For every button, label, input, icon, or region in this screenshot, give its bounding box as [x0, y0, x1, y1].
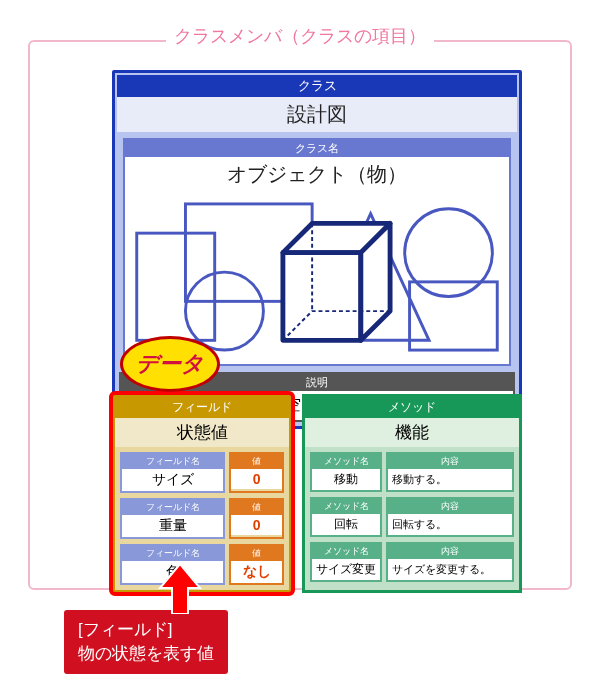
- field-name-header: フィールド名: [122, 500, 223, 515]
- field-name-box: フィールド名 重量: [120, 498, 225, 539]
- svg-rect-0: [137, 233, 215, 340]
- classname-value: オブジェクト（物）: [125, 157, 509, 192]
- callout-line1: [フィールド]: [78, 618, 214, 642]
- method-name-value: 移動: [312, 469, 380, 490]
- method-name-value: サイズ変更: [312, 559, 380, 580]
- field-value: 0: [231, 469, 282, 489]
- classname-panel: クラス名 オブジェクト（物）: [123, 138, 511, 366]
- field-name-value: 重量: [122, 515, 223, 537]
- field-row: フィールド名 重量 値 0: [120, 498, 284, 539]
- method-name-value: 回転: [312, 514, 380, 535]
- field-callout: [フィールド] 物の状態を表す値: [64, 610, 228, 674]
- callout-line2: 物の状態を表す値: [78, 642, 214, 666]
- method-desc-value: 移動する。: [388, 469, 512, 490]
- method-panel: メソッド 機能 メソッド名 移動 内容 移動する。 メソッド名 回転 内容 回転…: [302, 394, 522, 593]
- data-badge-text: データ: [136, 349, 204, 379]
- field-name-header: フィールド名: [122, 546, 223, 561]
- data-badge: データ: [120, 336, 220, 392]
- method-title: 機能: [305, 418, 519, 447]
- svg-point-2: [185, 272, 263, 350]
- method-name-box: メソッド名 回転: [310, 497, 382, 537]
- field-value: 0: [231, 515, 282, 535]
- field-value-header: 値: [231, 546, 282, 561]
- field-title: 状態値: [115, 418, 289, 447]
- field-value-box: 値 0: [229, 498, 284, 539]
- method-row: メソッド名 サイズ変更 内容 サイズを変更する。: [310, 542, 514, 582]
- method-name-box: メソッド名 移動: [310, 452, 382, 492]
- field-value-box: 値 0: [229, 452, 284, 493]
- method-desc-header: 内容: [388, 454, 512, 469]
- method-name-header: メソッド名: [312, 544, 380, 559]
- class-member-title: クラスメンバ（クラスの項目）: [166, 24, 434, 48]
- svg-point-3: [405, 209, 493, 297]
- class-header: クラス: [117, 75, 517, 97]
- classname-header: クラス名: [125, 140, 509, 157]
- method-name-header: メソッド名: [312, 454, 380, 469]
- class-title: 設計図: [117, 97, 517, 132]
- field-row: フィールド名 サイズ 値 0: [120, 452, 284, 493]
- field-name-box: フィールド名 サイズ: [120, 452, 225, 493]
- method-desc-box: 内容 回転する。: [386, 497, 514, 537]
- method-desc-box: 内容 サイズを変更する。: [386, 542, 514, 582]
- method-desc-value: 回転する。: [388, 514, 512, 535]
- method-desc-header: 内容: [388, 499, 512, 514]
- method-desc-value: サイズを変更する。: [388, 559, 512, 580]
- method-desc-box: 内容 移動する。: [386, 452, 514, 492]
- field-header: フィールド: [115, 397, 289, 418]
- field-name-header: フィールド名: [122, 454, 223, 469]
- arrow-up-icon: [155, 564, 205, 614]
- method-name-box: メソッド名 サイズ変更: [310, 542, 382, 582]
- field-value: なし: [231, 561, 282, 583]
- method-row: メソッド名 移動 内容 移動する。: [310, 452, 514, 492]
- field-value-header: 値: [231, 500, 282, 515]
- field-value-header: 値: [231, 454, 282, 469]
- method-row: メソッド名 回転 内容 回転する。: [310, 497, 514, 537]
- method-desc-header: 内容: [388, 544, 512, 559]
- method-name-header: メソッド名: [312, 499, 380, 514]
- method-header: メソッド: [305, 397, 519, 418]
- field-value-box: 値 なし: [229, 544, 284, 585]
- field-name-value: サイズ: [122, 469, 223, 491]
